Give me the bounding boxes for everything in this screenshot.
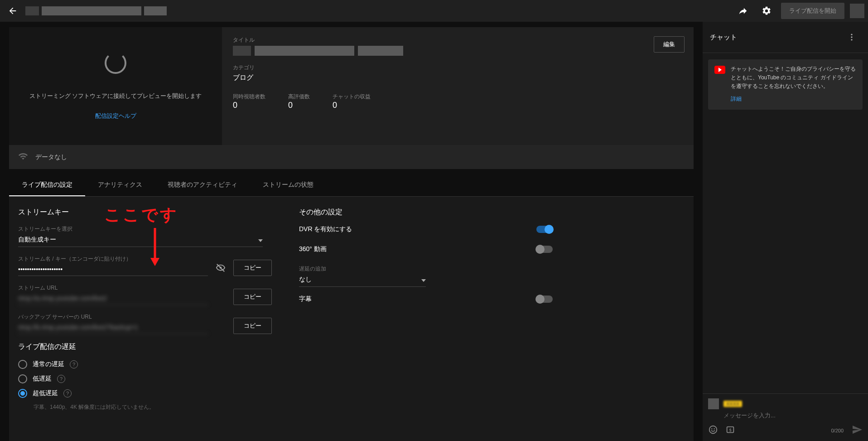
chat-messages-area [703,116,868,393]
visibility-toggle-icon[interactable] [214,262,227,274]
share-button[interactable] [734,2,752,20]
chevron-down-icon [258,236,263,243]
subtitle-toggle[interactable] [536,296,553,303]
svg-point-5 [851,39,852,40]
chat-header-title: チャット [710,33,737,42]
stream-name-key-label: ストリーム名 / キー（エンコーダに貼り付け） [18,255,208,263]
backup-url-value: rtmp://b.rtmp.youtube.com/live2?backup=1 [18,322,208,334]
copy-stream-url-button[interactable]: コピー [233,289,272,305]
dvr-label: DVR を有効にする [299,225,352,233]
chat-revenue-value: 0 [333,101,371,110]
stream-help-link[interactable]: 配信設定ヘルプ [95,112,136,120]
likes-value: 0 [288,101,310,110]
help-icon[interactable]: ? [63,389,72,397]
stream-key-select[interactable]: 自動生成キー [18,234,263,247]
latency-hint: 字幕、1440p、4K 解像度には対応していません。 [34,403,272,411]
settings-button[interactable] [757,2,776,20]
svg-text:$: $ [729,428,731,432]
radio-icon [18,374,27,383]
youtube-icon [714,66,725,74]
tab-live-settings[interactable]: ライブ配信の設定 [9,174,85,196]
added-delay-label: 遅延の追加 [299,265,426,273]
help-icon[interactable]: ? [57,375,65,383]
stream-header-panel: ストリーミング ソフトウェアに接続してプレビューを開始します 配信設定ヘルプ タ… [9,27,694,145]
chat-send-button[interactable] [852,424,863,436]
connection-status-text: データなし [35,153,67,161]
emoji-picker-icon[interactable] [708,425,718,436]
subtitle-label: 字幕 [299,295,312,303]
connection-status-bar: データなし [9,145,694,169]
360-toggle[interactable] [536,246,553,253]
other-settings-title: その他の設定 [299,208,553,217]
back-button[interactable] [4,2,22,20]
stream-key-input[interactable] [18,264,208,276]
tab-bar: ライブ配信の設定 アナリティクス 視聴者のアクティビティ ストリームの状態 [9,174,694,197]
topbar: ライブ配信を開始 [0,0,868,22]
dvr-toggle[interactable] [536,226,553,233]
title-label: タイトル [233,36,683,44]
svg-point-3 [851,34,852,35]
stream-info: タイトル カテゴリ ブログ 同時視聴者数 0 高評価数 0 [222,27,694,145]
stream-url-value: rtmp://a.rtmp.youtube.com/live2 [18,293,208,305]
svg-point-6 [709,426,717,434]
superchat-icon[interactable]: $ [725,425,735,436]
latency-option-low[interactable]: 低遅延 ? [18,374,272,383]
chat-char-counter: 0/200 [831,428,844,433]
chat-menu-button[interactable] [843,28,861,46]
copy-stream-key-button[interactable]: コピー [233,260,272,276]
latency-option-ultra-low[interactable]: 超低遅延 ? [18,389,272,398]
stream-key-select-label: ストリームキーを選択 [18,225,263,233]
360-label: 360° 動画 [299,245,327,253]
wifi-icon [18,151,28,163]
svg-point-7 [711,428,712,429]
viewers-label: 同時視聴者数 [233,93,265,101]
latency-ultra-label: 超低遅延 [33,389,58,397]
help-icon[interactable]: ? [70,360,78,368]
svg-point-4 [851,36,852,38]
chat-revenue-label: チャットの収益 [333,93,371,101]
chat-self-name-chip: XXXX [723,401,742,407]
tab-analytics[interactable]: アナリティクス [85,174,155,196]
latency-section-title: ライブ配信の遅延 [18,342,272,352]
svg-point-8 [714,428,715,429]
latency-low-label: 低遅延 [33,375,52,383]
likes-label: 高評価数 [288,93,310,101]
account-avatar[interactable] [850,4,864,18]
stream-title-censored [25,6,167,15]
radio-icon [18,389,27,398]
stream-url-label: ストリーム URL [18,284,208,292]
chat-notice-link[interactable]: 詳細 [731,95,742,103]
chat-self-avatar [708,398,719,409]
start-live-button[interactable]: ライブ配信を開始 [781,3,844,19]
stream-key-section-title: ストリームキー [18,208,272,217]
stream-preview: ストリーミング ソフトウェアに接続してプレビューを開始します 配信設定ヘルプ [9,27,222,145]
chat-notice-text: チャットへようこそ！ご自身のプライバシーを守るとともに、YouTube のコミュ… [731,66,856,89]
preview-connect-text: ストリーミング ソフトウェアに接続してプレビューを開始します [20,92,211,100]
backup-url-label: バックアップ サーバーの URL [18,313,208,321]
added-delay-select[interactable]: なし [299,274,426,287]
chevron-down-icon [421,276,426,283]
chat-welcome-notice: チャットへようこそ！ご自身のプライバシーを守るとともに、YouTube のコミュ… [708,59,863,110]
edit-button[interactable]: 編集 [654,36,685,53]
radio-icon [18,360,27,369]
chat-panel: チャット チャットへようこそ！ご自身のプライバシーを守るとともに、YouTube… [703,22,868,441]
stream-title-value [233,46,683,56]
latency-normal-label: 通常の遅延 [33,360,64,368]
tab-stream-health[interactable]: ストリームの状態 [250,174,326,196]
latency-option-normal[interactable]: 通常の遅延 ? [18,360,272,369]
tab-viewer-activity[interactable]: 視聴者のアクティビティ [155,174,250,196]
chat-input-area: XXXX $ 0/200 [703,393,868,441]
copy-backup-url-button[interactable]: コピー [233,318,272,334]
chat-message-input[interactable] [723,409,863,422]
category-value: ブログ [233,73,683,82]
category-label: カテゴリ [233,64,683,72]
viewers-value: 0 [233,101,265,110]
settings-body: ここです ストリームキー ストリームキーを選択 自動生成キー [9,197,694,441]
loading-spinner [105,52,126,74]
